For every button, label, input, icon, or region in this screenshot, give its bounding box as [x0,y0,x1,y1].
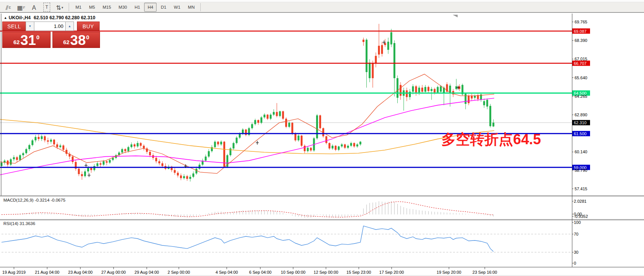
sell-price-main: 31 [20,34,36,46]
sell-price-button[interactable]: 62 31 0 [2,32,51,48]
candle [13,157,15,159]
candle [19,155,21,160]
candle [319,115,321,128]
buy-price-prefix: 62 [63,39,69,45]
x-axis-date-label: 23 Aug 04:00 [68,270,93,274]
candle [220,142,222,144]
buy-price-button[interactable]: 62 38 0 [52,32,100,48]
candle [180,176,182,178]
candle [94,166,95,170]
chart-text-annotation[interactable]: 多空转折点64.5 [441,130,541,149]
sell-button[interactable]: SELL [2,22,26,31]
candle [486,100,488,106]
candle [350,143,352,146]
candle [282,111,284,119]
x-axis-date-label: 6 Sep 04:00 [249,270,271,274]
candle [285,119,287,126]
candle [44,136,46,140]
candle [353,143,355,146]
candle [471,96,473,99]
scroll-end-marker[interactable] [453,15,458,17]
buy-button[interactable]: BUY [77,22,100,31]
one-click-trade-panel: SELL ▼ 1.00 ▲ BUY 62 31 0 62 38 0 [2,22,101,48]
candle [106,161,108,163]
x-axis-date-label: 19 Sep 20:00 [437,270,461,274]
candle [338,146,340,150]
candle [397,78,398,98]
candle [291,123,293,134]
candle [430,89,432,91]
candle [440,86,442,92]
candle [279,111,281,116]
candle [140,143,142,146]
candle [183,176,185,178]
rsi-indicator-label: RSI(14) 31.3636 [3,221,35,226]
y-axis-label: 58.790 [575,168,587,173]
candle [63,145,65,150]
candle [134,144,135,146]
sell-price-pip: 0 [36,34,39,40]
candle [242,130,244,134]
candle [239,134,241,138]
symbol-name: UKOil-,H4 [9,15,31,20]
candle [329,143,330,148]
candle [424,87,426,92]
candle [393,43,395,78]
candle [174,170,176,173]
candle [177,173,179,176]
x-axis-date-label: 4 Sep 04:00 [215,270,238,274]
volume-decrease-button[interactable]: ▼ [26,22,34,31]
candle [434,89,436,93]
candle [131,144,132,147]
candle [137,143,138,146]
candle [47,140,49,142]
candle [38,137,40,139]
candle [10,159,12,165]
candle [59,145,61,147]
candle [341,144,343,146]
rsi-axis-label: 70 [574,232,578,236]
candle [437,87,439,92]
candle [304,146,306,151]
candle [128,147,129,151]
volume-input[interactable]: 1.00 [34,22,65,31]
rsi-axis-label: 0 [574,261,576,265]
candle [310,148,312,150]
ma-slow-orange [0,119,494,154]
buy-price-pip: 0 [86,34,89,40]
candle [273,112,275,115]
candle [254,120,256,124]
candle [90,168,92,170]
candle [384,43,386,45]
x-axis-date-label: 15 Sep 23:00 [346,270,371,274]
rsi-line [2,226,493,251]
y-axis-label: 60.140 [575,150,587,154]
candle [149,152,151,155]
candle [264,115,266,117]
volume-increase-button[interactable]: ▲ [65,22,74,31]
candle [372,63,374,78]
y-axis-label: 69.765 [575,20,587,24]
candle [217,142,219,144]
candle [53,140,55,145]
candle [1,163,3,166]
candle [381,45,383,54]
symbol-collapse-icon[interactable]: ▲ [4,16,7,20]
candle [112,158,114,160]
candle [143,146,145,148]
candle [489,106,491,126]
candle [357,144,358,146]
candle [87,168,89,171]
macd-signal-line [2,202,493,217]
candle [335,146,337,150]
bid-price-label: 62.310 [574,120,587,125]
support-line-61500-label: 61.500 [574,131,587,136]
candle [295,134,297,140]
candle [366,40,367,72]
candle [369,63,370,78]
candle [124,149,126,151]
x-axis-date-label: 29 Aug 04:00 [135,270,159,274]
macd-indicator-label: MACD(12,26,9) -0.3214 -0.0675 [3,198,65,202]
candle [25,149,27,153]
candle [78,169,80,174]
